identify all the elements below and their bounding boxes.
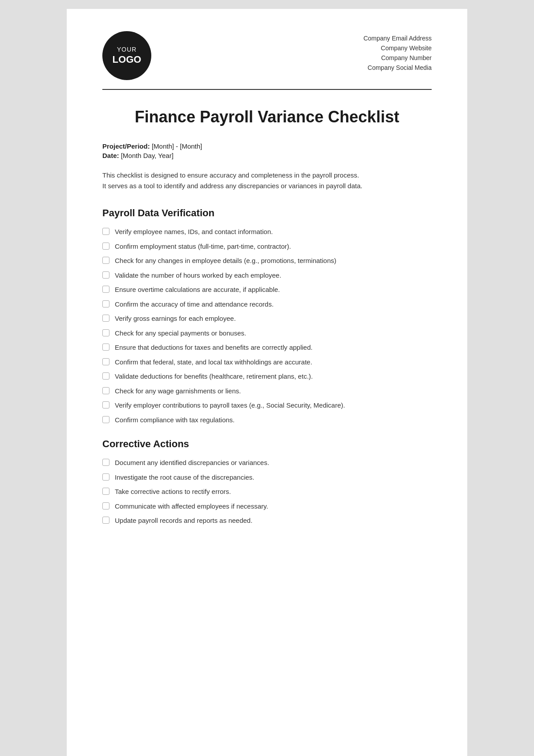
checkbox-icon[interactable]	[102, 271, 109, 279]
list-item: Confirm the accuracy of time and attenda…	[102, 299, 432, 310]
checklist-corrective-actions: Document any identified discrepancies or…	[102, 458, 432, 526]
list-item: Confirm compliance with tax regulations.	[102, 415, 432, 425]
list-item: Ensure that deductions for taxes and ben…	[102, 343, 432, 353]
checkbox-icon[interactable]	[102, 228, 109, 235]
list-item: Ensure overtime calculations are accurat…	[102, 285, 432, 295]
checklist-item-label: Verify employer contributions to payroll…	[115, 400, 345, 411]
logo-line2: LOGO	[113, 53, 142, 66]
checklist-item-label: Confirm that federal, state, and local t…	[115, 357, 312, 368]
sections-container: Payroll Data VerificationVerify employee…	[102, 207, 432, 526]
list-item: Verify employee names, IDs, and contact …	[102, 227, 432, 237]
header-divider	[102, 89, 432, 90]
checklist-item-label: Ensure overtime calculations are accurat…	[115, 285, 280, 295]
checkbox-icon[interactable]	[102, 473, 109, 481]
company-info-item: Company Social Media	[364, 64, 432, 71]
description-line1: This checklist is designed to ensure acc…	[102, 170, 432, 181]
checkbox-icon[interactable]	[102, 517, 109, 524]
list-item: Check for any changes in employee detail…	[102, 256, 432, 266]
checklist-item-label: Document any identified discrepancies or…	[115, 458, 269, 468]
main-title: Finance Payroll Variance Checklist	[102, 108, 432, 126]
company-info-block: Company Email AddressCompany WebsiteComp…	[364, 31, 432, 71]
checkbox-icon[interactable]	[102, 488, 109, 495]
checklist-item-label: Confirm the accuracy of time and attenda…	[115, 299, 274, 310]
list-item: Validate deductions for benefits (health…	[102, 372, 432, 382]
checkbox-icon[interactable]	[102, 416, 109, 423]
list-item: Confirm employment status (full-time, pa…	[102, 242, 432, 252]
checkbox-icon[interactable]	[102, 286, 109, 293]
checkbox-icon[interactable]	[102, 329, 109, 336]
checklist-item-label: Confirm compliance with tax regulations.	[115, 415, 235, 425]
list-item: Document any identified discrepancies or…	[102, 458, 432, 468]
checkbox-icon[interactable]	[102, 502, 109, 509]
meta-project-value: [Month] - [Month]	[152, 142, 202, 150]
company-info-item: Company Website	[364, 44, 432, 52]
checkbox-icon[interactable]	[102, 459, 109, 466]
list-item: Check for any special payments or bonuse…	[102, 328, 432, 339]
checkbox-icon[interactable]	[102, 344, 109, 351]
checkbox-icon[interactable]	[102, 401, 109, 408]
document-page: YOUR LOGO Company Email AddressCompany W…	[67, 9, 467, 756]
meta-info: Project/Period: [Month] - [Month] Date: …	[102, 142, 432, 159]
section-title-corrective-actions: Corrective Actions	[102, 438, 432, 450]
list-item: Confirm that federal, state, and local t…	[102, 357, 432, 368]
checklist-item-label: Take corrective actions to rectify error…	[115, 487, 231, 497]
checklist-item-label: Communicate with affected employees if n…	[115, 501, 268, 512]
company-info-item: Company Number	[364, 54, 432, 61]
checkbox-icon[interactable]	[102, 257, 109, 264]
checkbox-icon[interactable]	[102, 387, 109, 394]
meta-project-label: Project/Period:	[102, 142, 150, 150]
list-item: Investigate the root cause of the discre…	[102, 473, 432, 483]
meta-date: Date: [Month Day, Year]	[102, 152, 432, 159]
section-corrective-actions: Corrective ActionsDocument any identifie…	[102, 438, 432, 526]
checkbox-icon[interactable]	[102, 372, 109, 380]
checklist-item-label: Validate deductions for benefits (health…	[115, 372, 313, 382]
description-block: This checklist is designed to ensure acc…	[102, 170, 432, 191]
checklist-payroll-data-verification: Verify employee names, IDs, and contact …	[102, 227, 432, 425]
checklist-item-label: Ensure that deductions for taxes and ben…	[115, 343, 312, 353]
checklist-item-label: Investigate the root cause of the discre…	[115, 473, 255, 483]
meta-date-value: [Month Day, Year]	[121, 152, 174, 159]
meta-date-label: Date:	[102, 152, 119, 159]
checkbox-icon[interactable]	[102, 243, 109, 250]
header: YOUR LOGO Company Email AddressCompany W…	[102, 31, 432, 80]
checkbox-icon[interactable]	[102, 315, 109, 322]
list-item: Verify employer contributions to payroll…	[102, 400, 432, 411]
checklist-item-label: Confirm employment status (full-time, pa…	[115, 242, 291, 252]
company-logo: YOUR LOGO	[102, 31, 151, 80]
description-line2: It serves as a tool to identify and addr…	[102, 181, 432, 191]
checklist-item-label: Update payroll records and reports as ne…	[115, 516, 252, 526]
checklist-item-label: Check for any changes in employee detail…	[115, 256, 336, 266]
company-info-item: Company Email Address	[364, 35, 432, 42]
checklist-item-label: Verify employee names, IDs, and contact …	[115, 227, 273, 237]
list-item: Check for any wage garnishments or liens…	[102, 386, 432, 396]
checklist-item-label: Validate the number of hours worked by e…	[115, 271, 281, 281]
checklist-item-label: Check for any special payments or bonuse…	[115, 328, 246, 339]
list-item: Verify gross earnings for each employee.	[102, 314, 432, 324]
list-item: Update payroll records and reports as ne…	[102, 516, 432, 526]
list-item: Communicate with affected employees if n…	[102, 501, 432, 512]
meta-project: Project/Period: [Month] - [Month]	[102, 142, 432, 150]
list-item: Take corrective actions to rectify error…	[102, 487, 432, 497]
checklist-item-label: Check for any wage garnishments or liens…	[115, 386, 241, 396]
logo-line1: YOUR	[117, 45, 137, 53]
checklist-item-label: Verify gross earnings for each employee.	[115, 314, 236, 324]
checkbox-icon[interactable]	[102, 358, 109, 365]
section-title-payroll-data-verification: Payroll Data Verification	[102, 207, 432, 219]
checkbox-icon[interactable]	[102, 300, 109, 307]
list-item: Validate the number of hours worked by e…	[102, 271, 432, 281]
section-payroll-data-verification: Payroll Data VerificationVerify employee…	[102, 207, 432, 425]
